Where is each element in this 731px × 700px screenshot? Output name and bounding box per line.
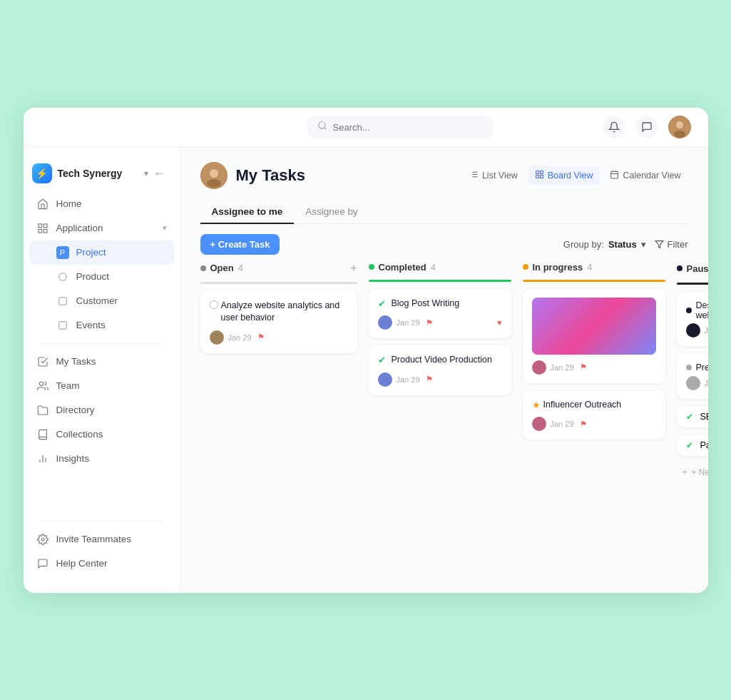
table-row: Design promotional banners for website a… bbox=[677, 292, 708, 346]
sidebar-item-help[interactable]: Help Center bbox=[29, 552, 174, 576]
svg-rect-27 bbox=[536, 175, 538, 178]
svg-point-11 bbox=[39, 382, 43, 385]
search-bar bbox=[198, 116, 603, 138]
card-title: Blog Post Writing bbox=[392, 298, 460, 310]
sidebar-item-events[interactable]: Events bbox=[29, 313, 174, 338]
app-container: ⚡ Tech Synergy ▾ ← Home bbox=[24, 108, 708, 593]
back-button[interactable]: ← bbox=[148, 167, 171, 180]
card-title: Design promotional banners for website a… bbox=[696, 300, 708, 320]
sidebar-bottom: Invite Teammates Help Center bbox=[24, 515, 180, 582]
sidebar-item-application-label: Application bbox=[56, 223, 103, 233]
svg-point-17 bbox=[210, 169, 218, 178]
search-input-wrap[interactable] bbox=[307, 116, 493, 138]
check-icon: ✔ bbox=[378, 355, 386, 365]
svg-rect-7 bbox=[44, 229, 47, 233]
help-icon bbox=[36, 557, 49, 570]
content-header: My Tasks List View bbox=[180, 148, 708, 224]
card-date: Jan 29 bbox=[397, 318, 420, 327]
card-date: Jan 29 bbox=[705, 326, 708, 335]
workspace-logo: ⚡ bbox=[32, 163, 52, 183]
top-nav bbox=[24, 108, 708, 148]
sidebar-item-help-label: Help Center bbox=[56, 558, 108, 569]
nav-icons bbox=[603, 116, 691, 138]
check-icon: ✔ bbox=[378, 298, 386, 309]
sidebar-item-home-label: Home bbox=[56, 198, 82, 209]
list-view-button[interactable]: List View bbox=[462, 166, 525, 185]
svg-rect-10 bbox=[58, 321, 66, 329]
sidebar-item-application[interactable]: Application ▾ bbox=[29, 216, 174, 240]
column-inprogress-count: 4 bbox=[587, 262, 592, 273]
create-task-button[interactable]: + Create Task bbox=[200, 234, 280, 255]
card-avatar bbox=[532, 417, 546, 431]
flag-icon: ⚑ bbox=[580, 420, 587, 429]
card-avatar bbox=[532, 360, 546, 375]
new-task-button[interactable]: + + New task bbox=[677, 463, 708, 482]
star-icon: ★ bbox=[532, 400, 541, 410]
card-date: Jan 29 bbox=[705, 379, 708, 387]
user-avatar-button[interactable] bbox=[668, 116, 691, 138]
calendar-view-label: Calendar View bbox=[623, 171, 680, 181]
flag-icon: ⚑ bbox=[426, 318, 433, 328]
sidebar-item-team[interactable]: Team bbox=[29, 374, 174, 398]
board-view-button[interactable]: Board View bbox=[528, 166, 600, 185]
search-input[interactable] bbox=[333, 122, 476, 133]
table-row: Analyze website analytics and user behav… bbox=[200, 291, 357, 353]
svg-point-15 bbox=[41, 538, 44, 541]
sidebar-item-events-label: Events bbox=[76, 320, 106, 330]
sidebar-item-project[interactable]: P Project bbox=[29, 240, 174, 265]
sidebar-item-invite[interactable]: Invite Teammates bbox=[29, 527, 174, 552]
sidebar-item-home[interactable]: Home bbox=[29, 192, 174, 216]
card-footer: Jan 29 ⚑ bbox=[532, 360, 656, 375]
column-completed-count: 4 bbox=[431, 262, 436, 273]
sidebar-item-directory[interactable]: Directory bbox=[29, 398, 174, 422]
column-pause-label: Pause bbox=[687, 263, 708, 274]
tab-assignee-by[interactable]: Assignee by bbox=[294, 201, 369, 224]
sidebar-item-mytasks-label: My Tasks bbox=[56, 356, 96, 367]
invite-icon bbox=[36, 533, 49, 546]
column-header-pause: Pause 4 + ⋯ bbox=[677, 262, 708, 275]
column-header-completed: Completed 4 bbox=[369, 262, 511, 273]
sidebar-item-customer-label: Customer bbox=[76, 295, 118, 306]
page-title-left: My Tasks bbox=[200, 162, 305, 189]
sidebar-item-insights[interactable]: Insights bbox=[29, 447, 174, 471]
table-row: ✔ Paid Advertising Campaign bbox=[677, 435, 708, 456]
group-by-value: Status bbox=[608, 239, 637, 250]
pause-progress-bar bbox=[677, 283, 708, 285]
sidebar-item-team-label: Team bbox=[56, 380, 80, 391]
card-image bbox=[532, 298, 656, 355]
column-completed: Completed 4 ✔ Blog Post Writing Jan 29 bbox=[369, 262, 511, 579]
card-date: Jan 29 bbox=[228, 333, 252, 342]
workspace-header[interactable]: ⚡ Tech Synergy ▾ bbox=[32, 163, 148, 183]
toolbar-right: Group by: Status ▾ Filter bbox=[563, 239, 688, 250]
table-row: ✔ Blog Post Writing Jan 29 ⚑ ♥ bbox=[369, 289, 511, 339]
open-add-button[interactable]: + bbox=[350, 262, 357, 275]
page-title-row: My Tasks List View bbox=[200, 162, 688, 189]
calendar-view-button[interactable]: Calendar View bbox=[603, 166, 687, 185]
group-by-dropdown[interactable]: Group by: Status ▾ bbox=[563, 239, 646, 250]
sidebar-item-customer[interactable]: Customer bbox=[29, 289, 174, 313]
column-completed-label: Completed bbox=[379, 262, 426, 273]
card-footer: Jan 29 ⚑ bbox=[210, 330, 348, 345]
table-row: Jan 29 ⚑ bbox=[523, 289, 665, 383]
table-row: ✔ SEO Optimization bbox=[677, 406, 708, 427]
page-user-avatar bbox=[200, 162, 228, 189]
svg-rect-4 bbox=[39, 224, 42, 228]
main-layout: ⚡ Tech Synergy ▾ ← Home bbox=[24, 148, 708, 593]
card-title: Influencer Outreach bbox=[543, 399, 622, 412]
filter-button[interactable]: Filter bbox=[655, 239, 688, 250]
bell-button[interactable] bbox=[603, 116, 625, 138]
svg-point-8 bbox=[58, 273, 66, 280]
tab-assignee-to-me[interactable]: Assignee to me bbox=[200, 201, 295, 224]
svg-point-2 bbox=[676, 121, 683, 128]
card-avatar bbox=[378, 315, 392, 330]
search-icon bbox=[317, 121, 327, 133]
svg-rect-9 bbox=[58, 297, 66, 305]
sidebar-item-collections-label: Collections bbox=[56, 429, 103, 440]
sidebar-item-mytasks[interactable]: My Tasks bbox=[29, 350, 174, 374]
directory-icon bbox=[36, 404, 49, 417]
sidebar-item-product[interactable]: Product bbox=[29, 265, 174, 289]
column-open: Open 4 + Analyze website analytics and u… bbox=[200, 262, 357, 579]
sidebar-item-collections[interactable]: Collections bbox=[29, 422, 174, 447]
chat-button[interactable] bbox=[635, 116, 658, 138]
column-inprogress: In progress 4 Jan 29 ⚑ bbox=[523, 262, 665, 579]
